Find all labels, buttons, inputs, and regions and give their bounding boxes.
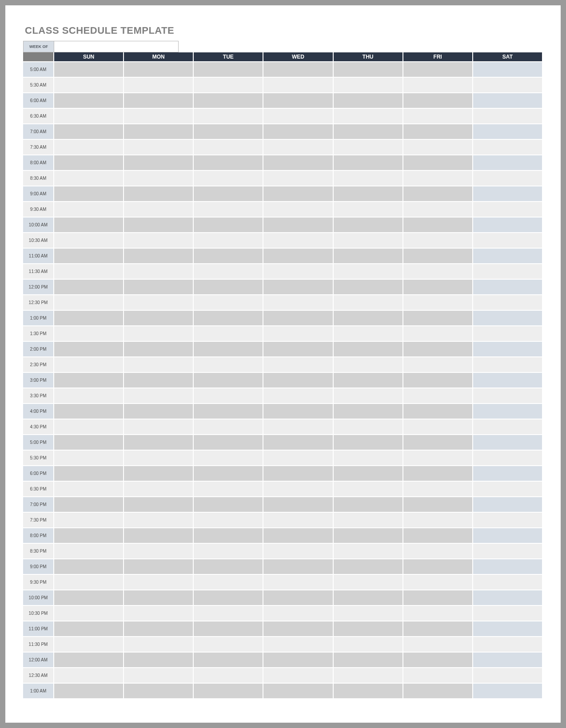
schedule-cell[interactable] — [334, 233, 403, 249]
schedule-cell[interactable] — [124, 684, 194, 699]
schedule-cell[interactable] — [54, 233, 124, 249]
schedule-cell[interactable] — [473, 171, 543, 186]
schedule-cell[interactable] — [473, 451, 543, 466]
schedule-cell[interactable] — [263, 311, 333, 326]
schedule-cell[interactable] — [473, 590, 543, 606]
schedule-cell[interactable] — [194, 218, 263, 233]
schedule-cell[interactable] — [403, 357, 473, 373]
schedule-cell[interactable] — [473, 497, 543, 513]
schedule-cell[interactable] — [334, 311, 403, 326]
schedule-cell[interactable] — [263, 497, 333, 513]
schedule-cell[interactable] — [194, 326, 263, 342]
schedule-cell[interactable] — [473, 668, 543, 684]
schedule-cell[interactable] — [54, 218, 124, 233]
schedule-cell[interactable] — [334, 668, 403, 684]
schedule-cell[interactable] — [263, 264, 333, 280]
schedule-cell[interactable] — [263, 140, 333, 155]
schedule-cell[interactable] — [334, 186, 403, 202]
schedule-cell[interactable] — [263, 186, 333, 202]
schedule-cell[interactable] — [473, 559, 543, 575]
schedule-cell[interactable] — [124, 93, 194, 109]
schedule-cell[interactable] — [54, 78, 124, 93]
schedule-cell[interactable] — [54, 451, 124, 466]
schedule-cell[interactable] — [124, 357, 194, 373]
schedule-cell[interactable] — [124, 653, 194, 668]
schedule-cell[interactable] — [403, 93, 473, 109]
schedule-cell[interactable] — [194, 513, 263, 528]
schedule-cell[interactable] — [263, 590, 333, 606]
schedule-cell[interactable] — [124, 62, 194, 78]
schedule-cell[interactable] — [403, 78, 473, 93]
schedule-cell[interactable] — [54, 435, 124, 451]
schedule-cell[interactable] — [334, 109, 403, 124]
schedule-cell[interactable] — [403, 140, 473, 155]
schedule-cell[interactable] — [263, 621, 333, 637]
schedule-cell[interactable] — [263, 575, 333, 590]
schedule-cell[interactable] — [403, 280, 473, 295]
schedule-cell[interactable] — [194, 590, 263, 606]
schedule-cell[interactable] — [334, 124, 403, 140]
schedule-cell[interactable] — [473, 140, 543, 155]
schedule-cell[interactable] — [403, 326, 473, 342]
schedule-cell[interactable] — [54, 373, 124, 388]
schedule-cell[interactable] — [54, 653, 124, 668]
schedule-cell[interactable] — [403, 124, 473, 140]
schedule-cell[interactable] — [54, 466, 124, 482]
schedule-cell[interactable] — [473, 637, 543, 653]
schedule-cell[interactable] — [124, 606, 194, 621]
schedule-cell[interactable] — [194, 528, 263, 544]
schedule-cell[interactable] — [194, 668, 263, 684]
schedule-cell[interactable] — [334, 62, 403, 78]
schedule-cell[interactable] — [124, 668, 194, 684]
schedule-cell[interactable] — [124, 559, 194, 575]
schedule-cell[interactable] — [263, 466, 333, 482]
schedule-cell[interactable] — [263, 233, 333, 249]
schedule-cell[interactable] — [124, 295, 194, 311]
schedule-cell[interactable] — [54, 497, 124, 513]
schedule-cell[interactable] — [263, 326, 333, 342]
schedule-cell[interactable] — [473, 62, 543, 78]
schedule-cell[interactable] — [473, 513, 543, 528]
schedule-cell[interactable] — [403, 606, 473, 621]
schedule-cell[interactable] — [54, 124, 124, 140]
schedule-cell[interactable] — [124, 342, 194, 357]
schedule-cell[interactable] — [124, 451, 194, 466]
schedule-cell[interactable] — [403, 404, 473, 419]
schedule-cell[interactable] — [403, 62, 473, 78]
schedule-cell[interactable] — [334, 419, 403, 435]
schedule-cell[interactable] — [263, 171, 333, 186]
schedule-cell[interactable] — [124, 218, 194, 233]
schedule-cell[interactable] — [403, 218, 473, 233]
schedule-cell[interactable] — [263, 544, 333, 559]
schedule-cell[interactable] — [403, 388, 473, 404]
schedule-cell[interactable] — [473, 606, 543, 621]
schedule-cell[interactable] — [124, 466, 194, 482]
schedule-cell[interactable] — [124, 280, 194, 295]
schedule-cell[interactable] — [334, 466, 403, 482]
schedule-cell[interactable] — [194, 684, 263, 699]
schedule-cell[interactable] — [473, 621, 543, 637]
schedule-cell[interactable] — [194, 575, 263, 590]
schedule-cell[interactable] — [54, 93, 124, 109]
schedule-cell[interactable] — [54, 575, 124, 590]
schedule-cell[interactable] — [54, 668, 124, 684]
weekof-input[interactable] — [54, 41, 179, 52]
schedule-cell[interactable] — [334, 544, 403, 559]
schedule-cell[interactable] — [473, 435, 543, 451]
schedule-cell[interactable] — [194, 357, 263, 373]
schedule-cell[interactable] — [263, 78, 333, 93]
schedule-cell[interactable] — [194, 264, 263, 280]
schedule-cell[interactable] — [403, 544, 473, 559]
schedule-cell[interactable] — [194, 140, 263, 155]
schedule-cell[interactable] — [124, 249, 194, 264]
schedule-cell[interactable] — [334, 497, 403, 513]
schedule-cell[interactable] — [403, 342, 473, 357]
schedule-cell[interactable] — [194, 124, 263, 140]
schedule-cell[interactable] — [263, 684, 333, 699]
schedule-cell[interactable] — [194, 621, 263, 637]
schedule-cell[interactable] — [473, 373, 543, 388]
schedule-cell[interactable] — [334, 171, 403, 186]
schedule-cell[interactable] — [124, 155, 194, 171]
schedule-cell[interactable] — [194, 544, 263, 559]
schedule-cell[interactable] — [194, 404, 263, 419]
